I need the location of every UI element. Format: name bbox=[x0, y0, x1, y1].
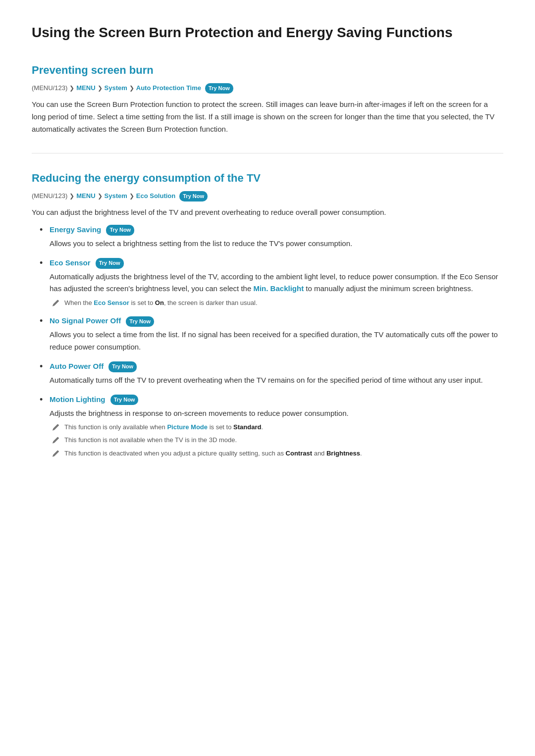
motion-lighting-note-2-text: This function is not available when the … bbox=[64, 435, 237, 445]
eco-sensor-note-highlight2: On bbox=[155, 299, 164, 306]
eco-sensor-body: Automatically adjusts the brightness lev… bbox=[50, 271, 503, 296]
list-item-motion-lighting: Motion Lighting Try Now Adjusts the brig… bbox=[40, 394, 503, 458]
bc2-eco-solution: Eco Solution bbox=[136, 191, 175, 202]
list-item-no-signal: No Signal Power Off Try Now Allows you t… bbox=[40, 315, 503, 353]
pencil-icon bbox=[52, 299, 60, 307]
try-now-badge-motion-lighting[interactable]: Try Now bbox=[110, 395, 139, 405]
section-divider bbox=[32, 153, 503, 153]
energy-saving-body: Allows you to select a brightness settin… bbox=[50, 238, 503, 250]
pencil-icon-ml1 bbox=[52, 423, 60, 432]
try-now-badge-section1[interactable]: Try Now bbox=[205, 83, 233, 94]
list-item-energy-saving: Energy Saving Try Now Allows you to sele… bbox=[40, 224, 503, 250]
section2-breadcrumb: (MENU/123) ❯ MENU ❯ System ❯ Eco Solutio… bbox=[32, 191, 503, 202]
motion-lighting-body: Adjusts the brightness in response to on… bbox=[50, 407, 503, 420]
eco-sensor-note-text: When the Eco Sensor is set to On, the sc… bbox=[64, 298, 258, 308]
eco-sensor-note-highlight1: Eco Sensor bbox=[94, 299, 129, 306]
section1-breadcrumb: (MENU/123) ❯ MENU ❯ System ❯ Auto Protec… bbox=[32, 83, 503, 94]
try-now-badge-auto-power-off[interactable]: Try Now bbox=[108, 361, 137, 372]
ml-note1-standard: Standard bbox=[233, 423, 261, 431]
bc-menu: MENU bbox=[76, 83, 95, 94]
bc2-chevron2: ❯ bbox=[98, 192, 103, 201]
section2-title: Reducing the energy consumption of the T… bbox=[32, 169, 503, 187]
ml-note1-picture-mode: Picture Mode bbox=[167, 423, 208, 431]
try-now-badge-section2[interactable]: Try Now bbox=[179, 191, 208, 202]
list-item-eco-sensor: Eco Sensor Try Now Automatically adjusts… bbox=[40, 257, 503, 308]
section1-body: You can use the Screen Burn Protection f… bbox=[32, 99, 503, 135]
motion-lighting-note-3: This function is deactivated when you ad… bbox=[52, 449, 503, 458]
pencil-icon-ml3 bbox=[52, 449, 60, 458]
try-now-badge-no-signal[interactable]: Try Now bbox=[126, 316, 154, 327]
bc2-chevron3: ❯ bbox=[129, 192, 134, 201]
no-signal-body: Allows you to select a time from the lis… bbox=[50, 329, 503, 353]
pencil-icon-ml2 bbox=[52, 436, 60, 445]
bc-system: System bbox=[105, 83, 127, 94]
list-item-auto-power-off: Auto Power Off Try Now Automatically tur… bbox=[40, 360, 503, 387]
try-now-badge-energy-saving[interactable]: Try Now bbox=[106, 225, 134, 236]
motion-lighting-note-3-text: This function is deactivated when you ad… bbox=[64, 449, 362, 458]
bc2-system: System bbox=[105, 191, 127, 202]
auto-power-off-body: Automatically turns off the TV to preven… bbox=[50, 374, 503, 387]
bc2-menu: MENU bbox=[76, 191, 95, 202]
page-title: Using the Screen Burn Protection and Ene… bbox=[32, 24, 503, 42]
motion-lighting-note-2: This function is not available when the … bbox=[52, 435, 503, 445]
section-preventing-screen-burn: Preventing screen burn (MENU/123) ❯ MENU… bbox=[32, 61, 503, 135]
try-now-badge-eco-sensor[interactable]: Try Now bbox=[96, 258, 124, 269]
eco-sensor-body-suffix: to manually adjust the minimum screen br… bbox=[304, 284, 473, 293]
bc2-chevron1: ❯ bbox=[69, 192, 74, 201]
ml-note3-brightness: Brightness bbox=[326, 450, 360, 457]
bullet-list: Energy Saving Try Now Allows you to sele… bbox=[40, 224, 503, 458]
bc-auto-protection: Auto Protection Time bbox=[136, 83, 201, 94]
section2-body: You can adjust the brightness level of t… bbox=[32, 206, 503, 219]
eco-sensor-title: Eco Sensor bbox=[50, 258, 91, 267]
eco-sensor-min-backlight: Min. Backlight bbox=[253, 284, 304, 293]
motion-lighting-title: Motion Lighting bbox=[50, 395, 105, 403]
bc-chevron2: ❯ bbox=[98, 84, 103, 93]
eco-sensor-note-1: When the Eco Sensor is set to On, the sc… bbox=[52, 298, 503, 308]
bc-chevron1: ❯ bbox=[69, 84, 74, 93]
bc2-menu123: (MENU/123) bbox=[32, 191, 67, 202]
section-energy-consumption: Reducing the energy consumption of the T… bbox=[32, 169, 503, 458]
motion-lighting-notes: This function is only available when Pic… bbox=[52, 422, 503, 458]
no-signal-title: No Signal Power Off bbox=[50, 316, 121, 325]
auto-power-off-title: Auto Power Off bbox=[50, 362, 104, 370]
eco-sensor-notes: When the Eco Sensor is set to On, the sc… bbox=[52, 298, 503, 308]
ml-note3-contrast: Contrast bbox=[286, 450, 312, 457]
energy-saving-title: Energy Saving bbox=[50, 225, 101, 234]
motion-lighting-note-1: This function is only available when Pic… bbox=[52, 422, 503, 432]
bc-menu123: (MENU/123) bbox=[32, 83, 67, 94]
motion-lighting-note-1-text: This function is only available when Pic… bbox=[64, 422, 263, 432]
bc-chevron3: ❯ bbox=[129, 84, 134, 93]
section1-title: Preventing screen burn bbox=[32, 61, 503, 79]
